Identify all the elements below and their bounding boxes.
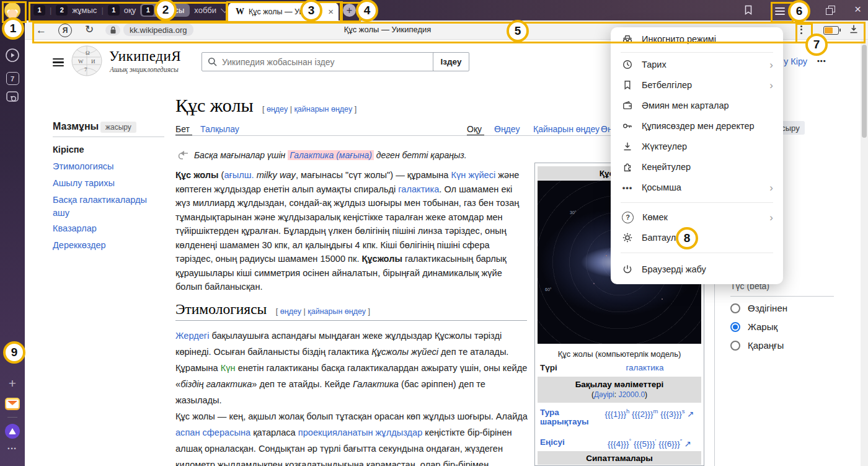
- profile-avatar[interactable]: [0, 2, 25, 19]
- tab-talk[interactable]: Талқылау: [200, 124, 239, 134]
- search-button[interactable]: Іздеу: [433, 52, 469, 71]
- menu-item-extensions[interactable]: Кеңейтулер: [611, 158, 783, 176]
- side-panel-bookmark-icon[interactable]: [743, 4, 754, 18]
- video-play-icon[interactable]: [0, 48, 25, 63]
- tab-group-hobby-label[interactable]: хобби: [194, 6, 216, 15]
- etymology-paragraph-1: Жердегі бақылаушыға аспандағы мыңдаған ж…: [175, 328, 529, 408]
- title-edit-links[interactable]: [ өңдеу | қайнарын өңдеу ]: [262, 105, 356, 114]
- refresh-icon[interactable]: ↻: [85, 24, 94, 35]
- svg-text:Ω: Ω: [86, 50, 90, 56]
- menu-item-help[interactable]: ? Көмек ›: [611, 208, 783, 226]
- restore-window-icon[interactable]: [828, 6, 835, 12]
- new-tab-button[interactable]: +: [343, 4, 356, 17]
- url-field[interactable]: kk.wikipedia.org: [123, 24, 193, 36]
- tab-group-1[interactable]: 1: [33, 5, 45, 16]
- svg-text:И: И: [91, 58, 95, 65]
- chevron-right-icon: ›: [769, 182, 773, 193]
- menu-item-passwords[interactable]: Құпиясөздер мен деректер: [611, 117, 783, 135]
- menu-divider: [621, 202, 773, 203]
- infobox-dec-row: Еңісуі {{{4}}}° {{{5}}}′ {{{6}}}″ ↗: [540, 437, 700, 449]
- toc-item-etymology[interactable]: Этимологиясы: [53, 160, 113, 173]
- radio-option-light[interactable]: Жарық: [730, 321, 777, 332]
- sidebar-more-dots-icon[interactable]: •••: [0, 446, 25, 452]
- section-heading-block: Этимологиясы [ өңдеу | қайнарын өңдеу ]: [175, 301, 370, 318]
- menu-item-downloads[interactable]: Жүктеулер: [611, 137, 783, 156]
- yandex-mail-icon[interactable]: [0, 398, 25, 410]
- tab-group-study-label[interactable]: оқу: [124, 6, 136, 15]
- tab-page[interactable]: Бет: [175, 124, 190, 134]
- download-icon: [622, 141, 633, 152]
- tab-groups-bar: 1 | 2 жұмыс | 1 оқу 1 отбасы хобби: [33, 2, 228, 17]
- radio-icon[interactable]: [730, 322, 740, 332]
- menu-divider: [621, 253, 773, 253]
- section-edit-links[interactable]: [ өңдеу | қайнарын өңдеу ]: [276, 307, 370, 316]
- toc-item-discovery[interactable]: Ашылу тарихы: [53, 177, 115, 190]
- menu-divider: [621, 52, 773, 53]
- menu-item-more[interactable]: ••• Қосымша ›: [611, 178, 783, 197]
- tab-group-work-label[interactable]: жұмыс: [72, 6, 97, 15]
- tab-edit[interactable]: Өңдеу: [494, 124, 520, 134]
- toc-item-quasars[interactable]: Квазарлар: [53, 222, 97, 235]
- scrollbar-thumb[interactable]: [862, 45, 867, 138]
- close-window-icon[interactable]: ×: [854, 2, 861, 16]
- tab-group-study-count[interactable]: 1: [108, 5, 120, 16]
- screenshot-icon[interactable]: [0, 91, 25, 104]
- tab-counter-badge[interactable]: 7: [0, 72, 25, 85]
- tab-edit-source[interactable]: Қайнарын өңдеу: [533, 124, 600, 134]
- menu-item-wallet[interactable]: Әмиян мен карталар: [611, 96, 783, 115]
- browser-menu-hamburger-icon[interactable]: [775, 6, 785, 17]
- toolbar-more-dots-icon[interactable]: [800, 24, 802, 35]
- annotation-circle-3: 3: [300, 0, 322, 22]
- downloads-icon[interactable]: [848, 24, 859, 37]
- tab-group-work-count[interactable]: 2: [56, 5, 68, 16]
- lock-icon[interactable]: [105, 25, 120, 35]
- wikipedia-favicon: W: [236, 7, 244, 17]
- page-title-in-addressbar[interactable]: Құс жолы — Уикипедия: [279, 25, 496, 34]
- browser-dropdown-menu: Инкогнито режимі Тарих › Бетбелгілер › Ә…: [611, 27, 783, 284]
- wiki-wordmark[interactable]: УикипедиЯ: [109, 48, 181, 65]
- radio-option-dark[interactable]: Қараңғы: [730, 340, 784, 351]
- tab-read[interactable]: Оқу: [467, 124, 482, 134]
- battery-icon[interactable]: [823, 26, 839, 35]
- section-divider: [175, 320, 527, 321]
- avatar: [4, 2, 20, 19]
- color-section-divider: [730, 296, 834, 297]
- radio-option-auto[interactable]: Өздігінен: [730, 303, 787, 313]
- history-clock-icon: [622, 59, 633, 70]
- search-icon: [208, 57, 217, 66]
- menu-item-incognito[interactable]: Инкогнито режимі: [611, 30, 783, 48]
- more-icon: •••: [622, 183, 633, 192]
- browser-left-sidebar: 7 + •••: [0, 0, 25, 466]
- sidebar-add-button[interactable]: +: [0, 376, 25, 391]
- menu-item-bookmarks[interactable]: Бетбелгілер ›: [611, 76, 783, 94]
- menu-item-history[interactable]: Тарих ›: [611, 55, 783, 74]
- radio-icon[interactable]: [730, 303, 740, 313]
- radio-icon[interactable]: [730, 341, 740, 351]
- annotation-circle-1: 1: [2, 17, 24, 40]
- wiki-tagline: Ашық энциклопедиясы: [110, 66, 179, 73]
- search-input[interactable]: [221, 56, 415, 68]
- toc-item-other-galaxies[interactable]: Басқа галактикаларды ашу: [53, 194, 159, 220]
- menu-item-close-browser[interactable]: Браузерді жабу: [611, 260, 783, 279]
- yandex-home-icon[interactable]: Я: [58, 24, 72, 37]
- annotation-circle-9: 9: [3, 341, 25, 364]
- infobox-caption: Құс жолы (компьютерлік модель): [538, 349, 701, 359]
- tab-close-icon[interactable]: ×: [328, 6, 334, 17]
- toc-item-sources[interactable]: Дереккөздер: [53, 239, 106, 252]
- wikipedia-globe-logo[interactable]: Ω W И 7: [71, 45, 103, 79]
- power-icon: [622, 264, 633, 275]
- login-link[interactable]: у Кіру: [784, 56, 807, 66]
- toc-title: Мазмұны: [53, 121, 99, 132]
- annotation-circle-6: 6: [788, 0, 810, 22]
- back-icon[interactable]: ←: [36, 25, 46, 35]
- alice-assistant-icon[interactable]: [0, 424, 25, 439]
- toc-hide-button[interactable]: жасыру: [100, 122, 136, 133]
- toc-item-intro[interactable]: Кіріспе: [53, 143, 84, 156]
- annotation-circle-7: 7: [805, 34, 828, 56]
- personal-tools-dots-icon[interactable]: •••: [817, 57, 826, 65]
- section-heading: Этимологиясы: [175, 301, 267, 317]
- wiki-menu-hamburger-icon[interactable]: [53, 56, 64, 69]
- key-icon: [622, 120, 633, 132]
- wiki-search-box[interactable]: [202, 52, 435, 71]
- annotation-circle-5: 5: [507, 20, 529, 42]
